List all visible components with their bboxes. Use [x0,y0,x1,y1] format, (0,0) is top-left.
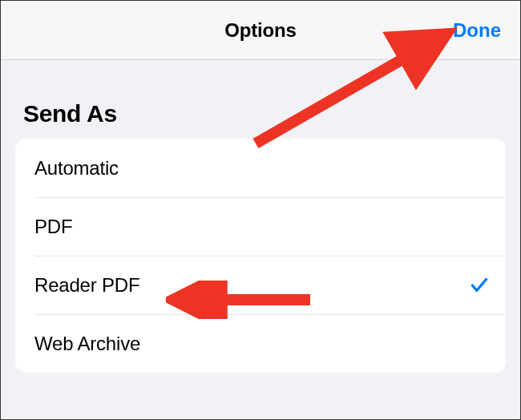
option-automatic[interactable]: Automatic [15,139,506,197]
option-reader-pdf[interactable]: Reader PDF [15,256,506,314]
done-button[interactable]: Done [453,19,501,42]
check-icon [469,275,490,296]
page-title: Options [224,19,296,42]
option-label: Reader PDF [34,274,139,297]
section-header-send-as: Send As [1,60,520,139]
option-label: Automatic [34,157,119,180]
header-bar: Options Done [1,1,520,60]
option-label: PDF [34,216,72,238]
option-label: Web Archive [34,333,140,355]
send-as-list: Automatic PDF Reader PDF Web Archive [15,139,506,373]
option-web-archive[interactable]: Web Archive [15,314,506,373]
option-pdf[interactable]: PDF [15,197,506,256]
